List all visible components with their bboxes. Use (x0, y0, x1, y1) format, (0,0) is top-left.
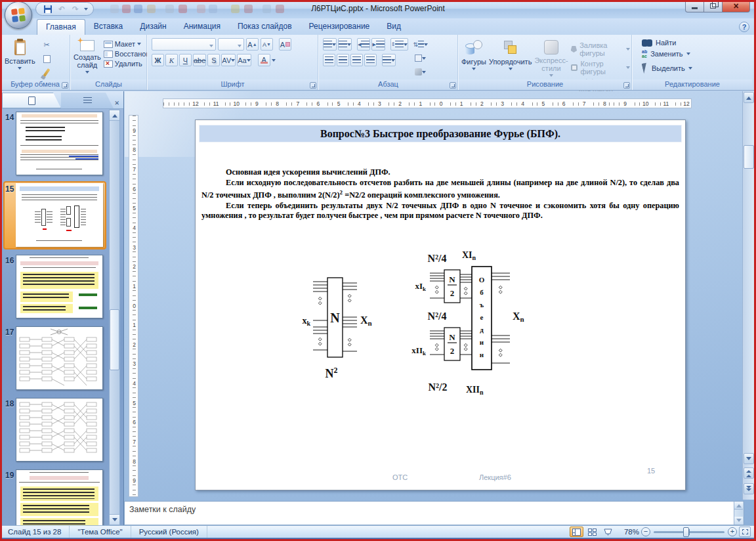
paste-button[interactable]: Вставить (5, 37, 35, 79)
slide-canvas[interactable]: Вопрос№3 Быстрое преобразование Фурье (Б… (195, 119, 686, 490)
main-scrollbar[interactable] (742, 91, 754, 500)
line-spacing-button[interactable]: ⇕ (390, 38, 409, 51)
slide-thumbnail-18[interactable] (16, 398, 103, 462)
notes-scroll-down-button[interactable] (734, 517, 743, 525)
notes-panel[interactable]: Заметки к слайду (124, 501, 744, 525)
scroll-down-button[interactable] (744, 453, 754, 464)
clipboard-dialog-launcher[interactable] (62, 82, 68, 89)
ruler-number: 11 (211, 100, 220, 107)
panel-close-button[interactable]: × (115, 98, 119, 108)
zoom-slider[interactable] (654, 531, 724, 533)
font-color-button[interactable]: А (258, 54, 270, 66)
group-font: А▲ А▼ А Ж К Ч abe S AV Aa А Шрифт (147, 35, 318, 90)
increase-indent-button[interactable]: ▶ (371, 38, 385, 51)
new-slide-button[interactable]: Создать слайд (74, 37, 101, 76)
grow-font-button[interactable]: А▲ (246, 38, 259, 51)
find-button[interactable]: Найти (642, 39, 752, 47)
tab-view[interactable]: Вид (378, 18, 410, 35)
cut-button[interactable]: ✂ (41, 39, 53, 51)
drawing-dialog-launcher[interactable] (623, 82, 630, 89)
slide-body-text[interactable]: Основная идея ускорения вычислений ДПФ. … (201, 167, 679, 221)
columns-button[interactable] (382, 54, 396, 66)
change-case-button[interactable]: Aa (237, 54, 251, 66)
tab-animation[interactable]: Анимация (175, 18, 229, 35)
shape-outline-button[interactable]: Контур фигуры (571, 60, 630, 76)
zoom-out-button[interactable]: − (641, 527, 650, 536)
previous-slide-button[interactable] (744, 467, 754, 479)
ruler-number: 1 (416, 100, 425, 107)
copy-button[interactable] (41, 53, 53, 65)
minimize-button[interactable] (685, 0, 704, 12)
zoom-in-button[interactable]: + (728, 527, 737, 536)
ruler-number: 1 (131, 322, 138, 328)
slide-thumbnail-15-selected[interactable] (16, 183, 103, 247)
justify-button[interactable] (364, 54, 377, 66)
fft-diagram[interactable]: N xk Xn N2 N²/4 N²/4 XIn N 2 N 2 xIk xII… (273, 247, 536, 408)
new-slide-dropdown-arrow[interactable] (85, 71, 89, 76)
bullets-button[interactable] (323, 38, 337, 51)
format-painter-button[interactable] (41, 66, 53, 79)
office-button[interactable] (5, 1, 32, 29)
replace-button[interactable]: abac Заменить (642, 49, 752, 58)
text-direction-button[interactable]: ⇅ (412, 38, 429, 51)
panel-tab-outline[interactable] (61, 93, 114, 108)
help-button[interactable]: ? (739, 22, 749, 32)
scroll-up-button[interactable] (744, 92, 754, 103)
font-dialog-launcher[interactable] (310, 82, 316, 89)
panel-tab-slides[interactable] (2, 93, 61, 108)
align-left-button[interactable] (323, 54, 335, 66)
font-size-combo[interactable] (218, 38, 244, 51)
fit-to-window-button[interactable] (739, 527, 751, 537)
svg-text:N²/2: N²/2 (429, 381, 448, 393)
numbering-button[interactable] (338, 38, 352, 51)
tab-insert[interactable]: Вставка (85, 18, 132, 35)
slide-title[interactable]: Вопрос№3 Быстрое преобразование Фурье (Б… (199, 125, 682, 142)
view-slide-sorter-button[interactable] (585, 527, 599, 537)
scroll-thumb[interactable] (744, 145, 754, 169)
tab-slideshow[interactable]: Показ слайдов (229, 18, 301, 35)
restore-button[interactable] (704, 0, 723, 12)
slide-thumbnail-19[interactable] (16, 469, 103, 525)
notes-scrollbar[interactable] (734, 502, 744, 525)
slide-thumbnail-14[interactable] (16, 112, 103, 175)
status-language[interactable]: Русский (Россия) (131, 526, 207, 538)
tab-home[interactable]: Главная (37, 19, 85, 35)
vertical-ruler: 9876543210123456789 (129, 115, 138, 497)
close-button[interactable]: × (722, 0, 750, 12)
align-text-button[interactable] (412, 52, 429, 64)
view-slideshow-button[interactable] (601, 527, 615, 537)
slide-thumbnail-17[interactable] (16, 326, 103, 390)
shape-fill-button[interactable]: Заливка фигуры (571, 41, 630, 57)
tab-review[interactable]: Рецензирование (301, 18, 379, 35)
align-center-button[interactable] (337, 54, 349, 66)
paste-dropdown-arrow[interactable] (18, 67, 22, 72)
shrink-font-button[interactable]: А▼ (261, 38, 273, 51)
panel-scroll-up-button[interactable] (110, 110, 119, 121)
font-name-combo[interactable] (152, 38, 216, 51)
text-shadow-button[interactable]: S (207, 54, 220, 66)
view-normal-button[interactable] (570, 527, 583, 537)
underline-button[interactable]: Ч (179, 54, 192, 66)
character-spacing-button[interactable]: AV (221, 54, 236, 66)
font-color-dropdown-arrow[interactable] (272, 59, 276, 64)
status-slide-info[interactable]: Слайд 15 из 28 (0, 526, 70, 538)
panel-scroll-thumb[interactable] (110, 309, 119, 370)
zoom-level[interactable]: 78% (624, 528, 639, 536)
next-slide-button[interactable] (744, 483, 754, 494)
paragraph-dialog-launcher[interactable] (450, 82, 456, 89)
italic-button[interactable]: К (165, 54, 178, 66)
panel-scroll-down-button[interactable] (110, 514, 119, 525)
convert-smartart-button[interactable] (412, 66, 429, 78)
clear-formatting-button[interactable]: А (279, 38, 291, 51)
bold-button[interactable]: Ж (152, 54, 164, 66)
decrease-indent-button[interactable]: ◀ (357, 38, 370, 51)
align-right-button[interactable] (350, 54, 363, 66)
strikethrough-button[interactable]: abe (193, 54, 206, 66)
tab-design[interactable]: Дизайн (131, 18, 175, 35)
panel-scrollbar[interactable] (109, 110, 120, 525)
zoom-slider-thumb[interactable] (683, 527, 689, 537)
select-button[interactable]: Выделить (642, 61, 752, 76)
status-theme[interactable]: "Тема Office" (70, 526, 131, 538)
slide-thumbnail-16[interactable] (16, 255, 103, 318)
notes-scroll-up-button[interactable] (734, 502, 743, 509)
